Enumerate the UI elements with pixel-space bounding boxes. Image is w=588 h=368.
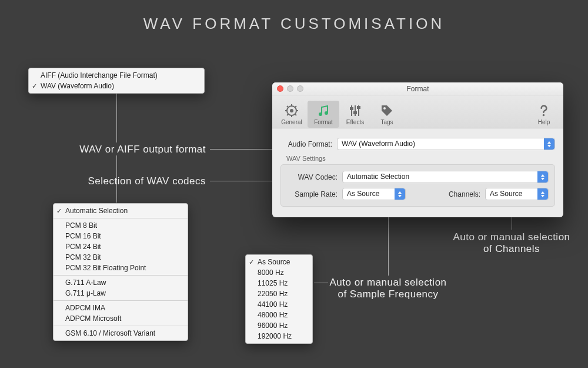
- chevron-updown-icon: [544, 138, 554, 150]
- wav-settings-label: WAV Settings: [286, 155, 555, 162]
- zoom-button[interactable]: [297, 85, 303, 92]
- svg-point-1: [290, 109, 293, 112]
- channels-label: Channels:: [449, 190, 480, 198]
- connector-line: [314, 283, 328, 283]
- toolbar-label: General: [276, 119, 308, 125]
- chevron-updown-icon: [395, 188, 405, 200]
- menu-item[interactable]: ADPCM IMA: [54, 303, 188, 313]
- help-icon: [528, 102, 560, 119]
- menu-separator: [54, 275, 188, 276]
- svg-line-8: [287, 114, 288, 115]
- menu-item-as-source[interactable]: As Source: [246, 257, 312, 267]
- channels-select[interactable]: As Source: [485, 188, 549, 200]
- chevron-updown-icon: [537, 171, 548, 183]
- minimize-button[interactable]: [287, 85, 293, 92]
- format-window: Format General Format Effects Tags: [272, 82, 563, 217]
- music-note-icon: [308, 102, 339, 119]
- menu-separator: [54, 218, 188, 218]
- sample-rate-menu[interactable]: As Source 8000 Hz 11025 Hz 22050 Hz 4410…: [245, 254, 313, 344]
- toolbar-label: Help: [528, 119, 560, 125]
- chevron-updown-icon: [537, 188, 548, 200]
- select-value: Automatic Selection: [347, 173, 409, 181]
- svg-line-9: [295, 106, 296, 107]
- page-title: WAV FORMAT CUSTOMISATION: [0, 15, 588, 33]
- toolbar-help[interactable]: Help: [528, 101, 560, 128]
- svg-point-11: [325, 111, 328, 115]
- sample-rate-label: Sample Rate:: [287, 190, 338, 198]
- menu-item[interactable]: PCM 32 Bit Floating Point: [54, 263, 188, 273]
- sliders-icon: [339, 102, 371, 119]
- gear-icon: [276, 102, 308, 119]
- window-title: Format: [406, 85, 429, 93]
- svg-rect-15: [350, 108, 353, 110]
- menu-item[interactable]: 22050 Hz: [246, 289, 312, 299]
- toolbar-label: Format: [308, 119, 339, 125]
- svg-line-7: [295, 114, 296, 115]
- toolbar-format[interactable]: Format: [308, 101, 339, 128]
- audio-format-label: Audio Format:: [280, 140, 337, 148]
- menu-item[interactable]: G.711 A-Law: [54, 277, 188, 288]
- sample-rate-select[interactable]: As Source: [342, 188, 406, 200]
- select-value: As Source: [490, 190, 522, 198]
- codec-label: WAV Codec:: [287, 173, 338, 181]
- annotation-channels: Auto or manual selection of Channels: [453, 231, 570, 255]
- menu-item[interactable]: 96000 Hz: [246, 320, 312, 331]
- menu-item[interactable]: ADPCM Microsoft: [54, 313, 188, 324]
- menu-item-auto[interactable]: Automatic Selection: [54, 205, 188, 216]
- menu-item[interactable]: 48000 Hz: [246, 310, 312, 320]
- svg-point-19: [543, 114, 544, 116]
- toolbar-tags[interactable]: Tags: [371, 101, 403, 128]
- format-pane: Audio Format: WAV (Waveform Audio) WAV S…: [272, 128, 563, 217]
- close-button[interactable]: [277, 85, 283, 92]
- svg-rect-17: [358, 107, 360, 108]
- annotation-format: WAV or AIFF output format: [59, 144, 206, 155]
- output-format-menu[interactable]: AIFF (Audio Interchange File Format) WAV…: [28, 68, 205, 94]
- window-titlebar: Format: [272, 82, 563, 95]
- toolbar: General Format Effects Tags Help: [272, 95, 563, 128]
- menu-item[interactable]: PCM 16 Bit: [54, 231, 188, 241]
- menu-item-aiff[interactable]: AIFF (Audio Interchange File Format): [29, 70, 204, 81]
- menu-item[interactable]: 192000 Hz: [246, 331, 312, 342]
- menu-item[interactable]: GSM 6.10 / Microsoft Variant: [54, 328, 188, 339]
- audio-format-select[interactable]: WAV (Waveform Audio): [337, 138, 555, 150]
- menu-separator: [54, 300, 188, 301]
- menu-item[interactable]: PCM 24 Bit: [54, 241, 188, 252]
- svg-point-10: [319, 112, 322, 116]
- menu-item-wav[interactable]: WAV (Waveform Audio): [29, 81, 204, 91]
- toolbar-general[interactable]: General: [276, 101, 308, 128]
- toolbar-label: Tags: [371, 119, 403, 125]
- toolbar-effects[interactable]: Effects: [339, 101, 371, 128]
- menu-item[interactable]: G.711 μ-Law: [54, 288, 188, 299]
- menu-item[interactable]: 8000 Hz: [246, 267, 312, 278]
- wav-codec-menu[interactable]: Automatic Selection PCM 8 Bit PCM 16 Bit…: [53, 203, 188, 341]
- menu-separator: [54, 326, 188, 326]
- annotation-codec: Selection of WAV codecs: [59, 175, 206, 187]
- select-value: WAV (Waveform Audio): [342, 140, 415, 148]
- svg-rect-16: [354, 112, 356, 114]
- wav-settings-panel: WAV Codec: Automatic Selection Sample Ra…: [280, 164, 555, 207]
- svg-line-6: [287, 106, 288, 107]
- tag-icon: [371, 102, 403, 119]
- connector-line: [116, 89, 117, 142]
- wav-codec-select[interactable]: Automatic Selection: [342, 171, 549, 183]
- svg-point-18: [383, 107, 386, 110]
- menu-item[interactable]: 11025 Hz: [246, 278, 312, 289]
- menu-item[interactable]: PCM 32 Bit: [54, 252, 188, 263]
- select-value: As Source: [347, 190, 379, 198]
- menu-item[interactable]: PCM 8 Bit: [54, 220, 188, 231]
- annotation-sample-rate: Auto or manual selection of Sample Frequ…: [329, 277, 447, 300]
- menu-item[interactable]: 44100 Hz: [246, 299, 312, 310]
- toolbar-label: Effects: [339, 119, 371, 125]
